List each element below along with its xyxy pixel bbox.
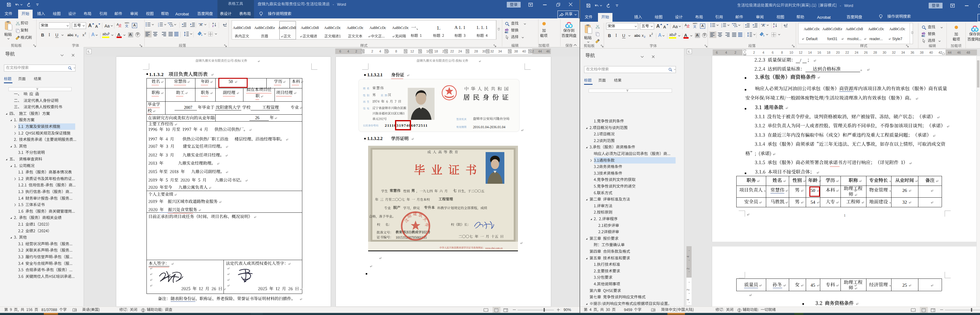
svg-text:筑: 筑 <box>418 212 423 218</box>
svg-text:A: A <box>685 23 687 27</box>
svg-text:建: 建 <box>413 212 417 216</box>
svg-text:A: A <box>773 23 775 25</box>
svg-text:A: A <box>212 22 214 24</box>
svg-text:A: A <box>762 23 765 27</box>
svg-text:阳: 阳 <box>407 213 412 219</box>
svg-text:3: 3 <box>721 26 722 28</box>
svg-text:A: A <box>116 23 119 26</box>
svg-text:3: 3 <box>158 25 159 27</box>
